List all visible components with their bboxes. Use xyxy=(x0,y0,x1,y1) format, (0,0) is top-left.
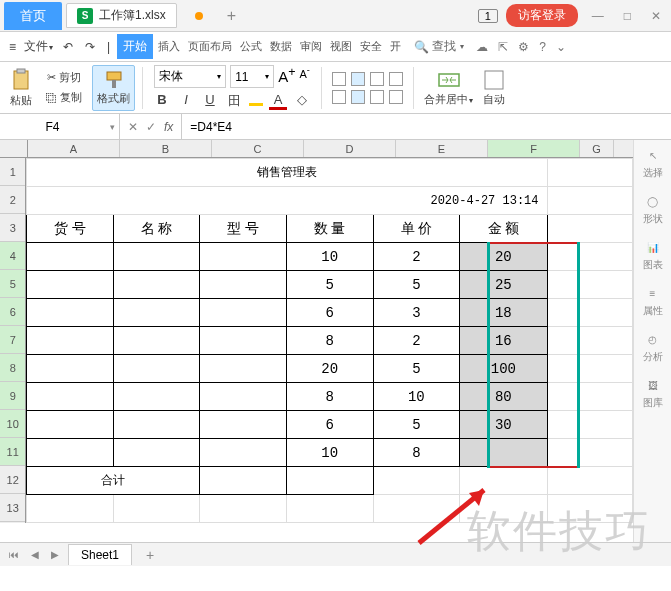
tab-nav-first[interactable]: ⏮ xyxy=(6,547,22,562)
scissors-icon: ✂ xyxy=(47,71,56,84)
cells-table[interactable]: 销售管理表 2020-4-27 13:14 货 号 名 称 型 号 数 量 单 … xyxy=(26,158,633,523)
chart-tool[interactable]: 📊图表 xyxy=(643,238,663,272)
fx-icon[interactable]: fx xyxy=(164,120,173,134)
share-icon[interactable]: ⇱ xyxy=(498,40,508,54)
row-header[interactable]: 11 xyxy=(0,438,25,466)
row-header[interactable]: 13 xyxy=(0,494,25,522)
select-tool[interactable]: ↖选择 xyxy=(643,146,663,180)
maximize-button[interactable]: □ xyxy=(618,5,637,27)
tab-data[interactable]: 数据 xyxy=(267,35,295,58)
gear-icon[interactable]: ⚙ xyxy=(518,40,529,54)
row-header[interactable]: 3 xyxy=(0,214,25,242)
file-menu[interactable]: 文件▾ xyxy=(21,34,56,59)
format-painter-button[interactable]: 格式刷 xyxy=(92,65,135,111)
close-button[interactable]: ✕ xyxy=(645,5,667,27)
tab-review[interactable]: 审阅 xyxy=(297,35,325,58)
tab-insert[interactable]: 插入 xyxy=(155,35,183,58)
search-box[interactable]: 🔍 查找 ▾ xyxy=(414,38,464,55)
datetime-cell: 2020-4-27 13:14 xyxy=(27,187,547,215)
redo-icon[interactable]: ↷ xyxy=(82,36,98,58)
accept-formula-icon[interactable]: ✓ xyxy=(146,120,156,134)
file-tab[interactable]: S 工作簿1.xlsx xyxy=(66,3,177,28)
sheet-tab[interactable]: Sheet1 xyxy=(68,544,132,565)
tab-view[interactable]: 视图 xyxy=(327,35,355,58)
home-tab[interactable]: 首页 xyxy=(4,2,62,30)
col-header-e[interactable]: E xyxy=(396,140,488,157)
paste-group[interactable]: 粘贴 xyxy=(6,68,36,108)
tab-start[interactable]: 开始 xyxy=(117,34,153,59)
auto-button[interactable]: 自动 xyxy=(480,69,508,107)
align-top-icon[interactable] xyxy=(332,72,346,86)
decrease-font-icon[interactable]: A- xyxy=(299,65,309,88)
header-model: 型 号 xyxy=(200,215,286,243)
col-header-f[interactable]: F xyxy=(488,140,580,157)
wrap-icon[interactable] xyxy=(389,72,403,86)
col-header-d[interactable]: D xyxy=(304,140,396,157)
col-header-g[interactable]: G xyxy=(580,140,614,157)
copy-icon: ⿻ xyxy=(46,92,57,104)
fill-color-button[interactable] xyxy=(249,92,263,106)
align-center-icon[interactable] xyxy=(351,90,365,104)
copy-button[interactable]: ⿻复制 xyxy=(43,88,85,107)
row-header[interactable]: 1 xyxy=(0,158,25,186)
row-header[interactable]: 5 xyxy=(0,270,25,298)
col-header-b[interactable]: B xyxy=(120,140,212,157)
name-box[interactable]: F4 xyxy=(0,114,120,139)
titlebar: 首页 S 工作簿1.xlsx + 1 访客登录 — □ ✕ xyxy=(0,0,671,32)
underline-button[interactable]: U xyxy=(201,92,219,110)
help-icon[interactable]: ? xyxy=(539,40,546,54)
row-header[interactable]: 12 xyxy=(0,466,25,494)
font-color-button[interactable]: A xyxy=(269,92,287,110)
row-header[interactable]: 2 xyxy=(0,186,25,214)
tab-nav-prev[interactable]: ◀ xyxy=(28,547,42,562)
brush-icon xyxy=(104,70,124,90)
merge-center-button[interactable]: 合并居中▾ xyxy=(421,69,476,107)
align-middle-icon[interactable] xyxy=(351,72,365,86)
analyze-tool[interactable]: ◴分析 xyxy=(643,330,663,364)
align-right-icon[interactable] xyxy=(370,90,384,104)
tab-nav-next[interactable]: ▶ xyxy=(48,547,62,562)
border-button[interactable]: 田 xyxy=(225,92,243,110)
increase-font-icon[interactable]: A+ xyxy=(278,65,295,88)
undo-icon[interactable]: ↶ xyxy=(60,36,76,58)
row-header[interactable]: 10 xyxy=(0,410,25,438)
header-code: 货 号 xyxy=(27,215,113,243)
guest-login-button[interactable]: 访客登录 xyxy=(506,4,578,27)
row-header[interactable]: 9 xyxy=(0,382,25,410)
row-header[interactable]: 7 xyxy=(0,326,25,354)
tab-formula[interactable]: 公式 xyxy=(237,35,265,58)
italic-button[interactable]: I xyxy=(177,92,195,110)
indent-icon[interactable] xyxy=(389,90,403,104)
bold-button[interactable]: B xyxy=(153,92,171,110)
attr-tool[interactable]: ≡属性 xyxy=(643,284,663,318)
new-tab-button[interactable]: + xyxy=(217,3,246,29)
tab-extra[interactable]: 开 xyxy=(387,35,404,58)
highlight-button[interactable]: ◇ xyxy=(293,92,311,110)
col-header-c[interactable]: C xyxy=(212,140,304,157)
add-sheet-button[interactable]: + xyxy=(138,545,162,565)
cancel-formula-icon[interactable]: ✕ xyxy=(128,120,138,134)
select-all-corner[interactable] xyxy=(0,140,28,157)
row-header[interactable]: 6 xyxy=(0,298,25,326)
gallery-tool[interactable]: 🖼图库 xyxy=(643,376,663,410)
shape-tool[interactable]: ◯形状 xyxy=(643,192,663,226)
tab-security[interactable]: 安全 xyxy=(357,35,385,58)
align-bottom-icon[interactable] xyxy=(370,72,384,86)
row-header[interactable]: 8 xyxy=(0,354,25,382)
caret-down-icon[interactable]: ⌄ xyxy=(556,40,566,54)
formula-input[interactable]: =D4*E4 xyxy=(182,114,671,139)
notification-badge[interactable]: 1 xyxy=(478,9,498,23)
cut-button[interactable]: ✂剪切 xyxy=(44,68,84,87)
file-name: 工作簿1.xlsx xyxy=(99,7,166,24)
hamburger-icon[interactable]: ≡ xyxy=(6,36,19,58)
cloud-icon[interactable]: ☁ xyxy=(476,40,488,54)
spreadsheet-grid[interactable]: A B C D E F G 1 2 3 4 5 6 7 8 9 10 11 12… xyxy=(0,140,633,542)
header-name: 名 称 xyxy=(113,215,199,243)
align-left-icon[interactable] xyxy=(332,90,346,104)
tab-page-layout[interactable]: 页面布局 xyxy=(185,35,235,58)
font-size-select[interactable]: 11▾ xyxy=(230,65,274,88)
font-name-select[interactable]: 宋体▾ xyxy=(154,65,226,88)
minimize-button[interactable]: — xyxy=(586,5,610,27)
row-header[interactable]: 4 xyxy=(0,242,25,270)
col-header-a[interactable]: A xyxy=(28,140,120,157)
